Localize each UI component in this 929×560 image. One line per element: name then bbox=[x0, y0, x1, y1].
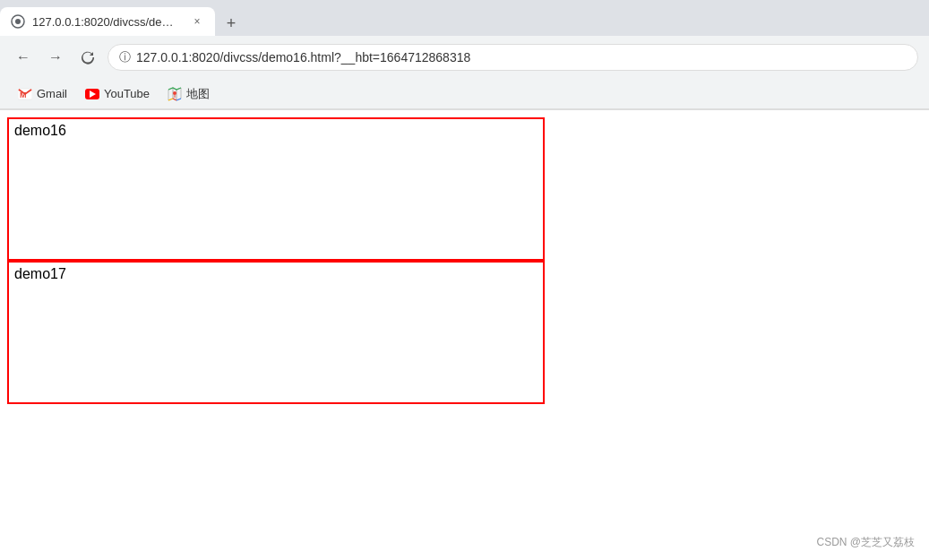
bookmark-gmail[interactable]: M Gmail bbox=[11, 83, 74, 105]
bookmark-maps[interactable]: 地图 bbox=[160, 82, 217, 106]
svg-point-5 bbox=[173, 91, 176, 95]
demo16-box: demo16 bbox=[7, 117, 545, 261]
youtube-play-icon bbox=[90, 90, 96, 98]
secure-icon: ⓘ bbox=[119, 49, 131, 65]
address-bar: ← → ⓘ 127.0.0.1:8020/divcss/demo16.html?… bbox=[0, 36, 929, 79]
url-bar[interactable]: ⓘ 127.0.0.1:8020/divcss/demo16.html?__hb… bbox=[108, 44, 918, 71]
youtube-label: YouTube bbox=[104, 87, 150, 100]
gmail-icon: M bbox=[18, 87, 32, 101]
svg-point-1 bbox=[15, 19, 21, 24]
tab-close-button[interactable]: × bbox=[190, 14, 204, 29]
bookmark-youtube[interactable]: YouTube bbox=[78, 83, 157, 104]
maps-icon bbox=[168, 87, 182, 101]
demo16-label: demo16 bbox=[14, 123, 66, 138]
active-tab[interactable]: 127.0.0.1:8020/divcss/demo16 × bbox=[0, 7, 215, 36]
refresh-button[interactable] bbox=[75, 45, 100, 70]
gmail-label: Gmail bbox=[37, 87, 67, 100]
back-button[interactable]: ← bbox=[11, 45, 36, 70]
page-content: demo16 demo17 CSDN @芝芝又荔枝 bbox=[0, 110, 929, 560]
watermark: CSDN @芝芝又荔枝 bbox=[816, 535, 915, 550]
forward-button[interactable]: → bbox=[43, 45, 68, 70]
tab-bar: 127.0.0.1:8020/divcss/demo16 × + bbox=[0, 0, 929, 36]
tab-favicon bbox=[11, 14, 25, 29]
demo17-label: demo17 bbox=[14, 266, 66, 281]
tab-title: 127.0.0.1:8020/divcss/demo16 bbox=[32, 15, 183, 29]
new-tab-button[interactable]: + bbox=[219, 11, 244, 36]
demo17-box: demo17 bbox=[7, 261, 545, 404]
bookmarks-bar: M Gmail YouTube bbox=[0, 79, 929, 109]
svg-text:M: M bbox=[20, 90, 27, 99]
maps-label: 地图 bbox=[186, 86, 210, 102]
browser-chrome: 127.0.0.1:8020/divcss/demo16 × + ← → ⓘ 1… bbox=[0, 0, 929, 110]
youtube-icon bbox=[85, 89, 99, 99]
url-text: 127.0.0.1:8020/divcss/demo16.html?__hbt=… bbox=[136, 50, 470, 65]
